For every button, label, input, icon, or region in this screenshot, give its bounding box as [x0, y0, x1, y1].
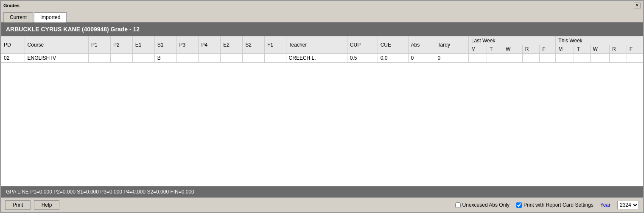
tab-current[interactable]: Current	[3, 12, 33, 22]
grades-window: Grades × Current Imported ARBUCKLE CYRUS…	[0, 0, 644, 213]
lw-m: M	[468, 45, 487, 54]
col-teacher: Teacher	[286, 36, 347, 54]
col-cup: CUP	[347, 36, 378, 54]
lw-f: F	[540, 45, 556, 54]
col-cue: CUE	[378, 36, 408, 54]
col-f1: F1	[264, 36, 286, 54]
print-button[interactable]: Print	[5, 200, 31, 210]
content-area: ARBUCKLE CYRUS KANE (4009948) Grade - 12…	[1, 22, 643, 212]
report-card-label: Print with Report Card Settings	[524, 202, 594, 208]
col-abs: Abs	[408, 36, 435, 54]
col-p2: P2	[110, 36, 132, 54]
unexcused-checkbox-label[interactable]: Unexcused Abs Only	[455, 202, 510, 208]
col-p1: P1	[89, 36, 111, 54]
col-tardy: Tardy	[435, 36, 468, 54]
tabs-bar: Current Imported	[1, 10, 643, 22]
report-card-checkbox[interactable]	[516, 202, 522, 208]
lw-t: T	[487, 45, 503, 54]
title-bar: Grades ×	[1, 1, 643, 10]
tw-r: R	[610, 45, 627, 54]
col-e1: E1	[132, 36, 154, 54]
help-button[interactable]: Help	[34, 200, 59, 210]
col-course: Course	[25, 36, 89, 54]
col-s1: S1	[154, 36, 176, 54]
table-row: 02ENGLISH IVBCREECH L.0.50.000	[1, 54, 643, 63]
unexcused-label: Unexcused Abs Only	[462, 202, 510, 208]
window-title: Grades	[3, 3, 20, 8]
grade-table-container: PD Course P1 P2 E1 S1 P3 P4 E2 S2 F1 Tea…	[1, 36, 643, 186]
tab-imported[interactable]: Imported	[34, 12, 67, 22]
lw-r: R	[522, 45, 540, 54]
this-week-header: This Week	[556, 36, 643, 45]
bottom-right: Unexcused Abs Only Print with Report Car…	[455, 201, 639, 209]
col-p3: P3	[176, 36, 199, 54]
tw-w: W	[590, 45, 610, 54]
col-s2: S2	[243, 36, 265, 54]
last-week-header: Last Week	[468, 36, 555, 45]
student-header: ARBUCKLE CYRUS KANE (4009948) Grade - 12	[1, 22, 643, 36]
tw-t: T	[574, 45, 590, 54]
gpa-line: GPA LINE P1=0.000 P2=0.000 S1=0.000 P3=0…	[1, 186, 643, 197]
bottom-bar: Print Help Unexcused Abs Only Print with…	[1, 197, 643, 212]
year-select[interactable]: 2324	[617, 201, 639, 209]
unexcused-checkbox[interactable]	[455, 202, 461, 208]
close-button[interactable]: ×	[634, 3, 641, 8]
col-p4: P4	[199, 36, 221, 54]
tw-m: M	[556, 45, 574, 54]
tw-f: F	[627, 45, 643, 54]
col-e2: E2	[221, 36, 243, 54]
lw-w: W	[503, 45, 523, 54]
col-pd: PD	[1, 36, 25, 54]
year-label: Year	[600, 202, 610, 208]
grade-table: PD Course P1 P2 E1 S1 P3 P4 E2 S2 F1 Tea…	[1, 36, 643, 63]
report-card-checkbox-label[interactable]: Print with Report Card Settings	[516, 202, 594, 208]
